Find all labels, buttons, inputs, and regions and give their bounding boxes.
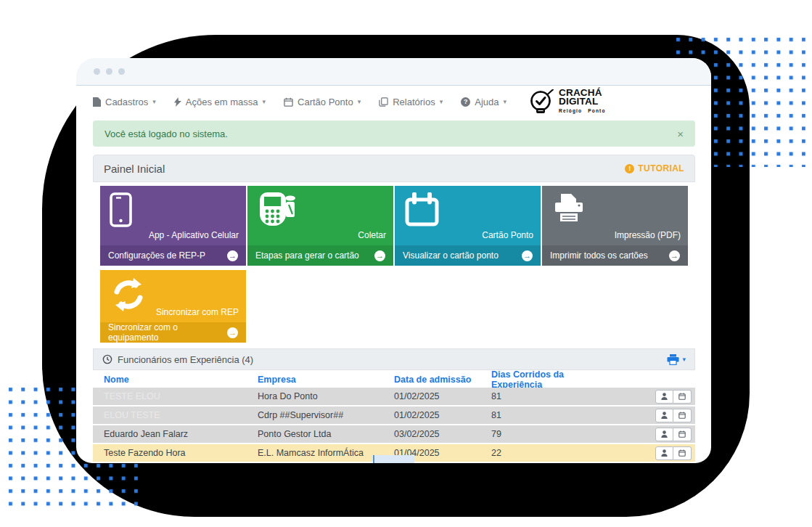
question-icon: ? — [461, 97, 470, 107]
alert-message: Você está logado no sistema. — [104, 128, 228, 139]
employees-section-header: Funcionários em Experiência (4) ▾ — [93, 348, 695, 370]
row-calendar-button[interactable] — [673, 428, 692, 441]
card-title: Cartão Ponto — [482, 230, 533, 240]
row-actions — [655, 446, 692, 460]
card-title: Impressão (PDF) — [615, 230, 681, 240]
smartphone-icon — [110, 192, 133, 227]
brand-title-line2: DIGITAL — [559, 97, 606, 106]
person-icon — [661, 449, 668, 457]
card-visualizar-cartao[interactable]: Cartão Ponto Visualizar o cartão ponto → — [395, 186, 541, 266]
browser-topbar — [76, 58, 711, 86]
clock-badge-icon — [529, 89, 555, 114]
section-title: Funcionários em Experiência (4) — [118, 354, 253, 365]
cell-nome: TESTE ELOU — [93, 391, 247, 401]
card-body: App - Aplicativo Celular — [100, 186, 246, 245]
calendar-icon — [678, 393, 686, 400]
card-configuracoes-rep-p[interactable]: App - Aplicativo Celular Configurações d… — [100, 186, 246, 266]
column-header-empresa[interactable]: Empresa — [247, 375, 383, 385]
bolt-icon — [174, 97, 181, 107]
cell-dias: 79 — [480, 429, 604, 439]
file-icon — [93, 97, 101, 107]
arrow-circle-icon: → — [227, 327, 238, 338]
cell-nome: Teste Fazendo Hora — [93, 448, 247, 458]
calendar-icon — [284, 97, 293, 107]
card-body: Cartão Ponto — [395, 186, 541, 245]
table-row: TESTE ELOU Hora Do Ponto 01/02/2025 81 — [93, 388, 695, 405]
copy-icon — [379, 97, 388, 107]
cell-data-admissao: 01/02/2025 — [383, 410, 480, 420]
card-footer-link[interactable]: Configurações de REP-P → — [100, 245, 246, 266]
brand-logo: CRACHÁ DIGITAL Relógio Ponto — [529, 89, 606, 115]
arrow-circle-icon: → — [522, 250, 533, 261]
card-footer-link[interactable]: Sincronizar com o equipamento → — [100, 322, 246, 343]
cell-dias: 22 — [480, 448, 604, 458]
nav-item-relatorios[interactable]: Relatórios ▾ — [379, 97, 443, 107]
card-footer-link[interactable]: Imprimir todos os cartões → — [542, 245, 688, 266]
card-title: Coletar — [358, 230, 386, 240]
caret-down-icon: ▾ — [503, 99, 507, 105]
card-footer-label: Configurações de REP-P — [108, 250, 205, 261]
card-footer-label: Imprimir todos os cartões — [550, 250, 648, 261]
row-calendar-button[interactable] — [673, 409, 692, 422]
column-header-data-admissao[interactable]: Data de admissão — [383, 375, 480, 385]
cell-data-admissao: 03/02/2025 — [383, 429, 480, 439]
card-footer-link[interactable]: Etapas para gerar o cartão → — [247, 245, 393, 266]
nav-item-cadastros[interactable]: Cadastros ▾ — [93, 97, 156, 107]
close-icon[interactable]: × — [677, 128, 684, 140]
table-row: ELOU TESTE Cdrp ##Supervisor## 01/02/202… — [93, 407, 695, 424]
person-icon — [661, 430, 668, 438]
card-sincronizar-rep[interactable]: Sincronizar com REP Sincronizar com o eq… — [100, 270, 246, 343]
print-dropdown-button[interactable]: ▾ — [667, 354, 686, 365]
tutorial-button[interactable]: ! TUTORIAL — [625, 163, 684, 173]
cell-empresa: E.L. Mamcasz InformÁtica — [247, 448, 383, 458]
calendar-icon — [678, 449, 686, 457]
row-user-button[interactable] — [655, 409, 673, 422]
arrow-circle-icon: → — [227, 250, 238, 261]
cell-dias: 81 — [480, 410, 604, 420]
card-imprimir-cartoes[interactable]: Impressão (PDF) Imprimir todos os cartõe… — [542, 186, 688, 266]
nav-item-label: Ações em massa — [186, 97, 258, 107]
row-calendar-button[interactable] — [673, 446, 692, 460]
card-footer-label: Sincronizar com o equipamento — [108, 322, 227, 343]
browser-window: Cadastros ▾ Ações em massa ▾ Cartão Pont… — [76, 58, 711, 463]
caret-down-icon: ▾ — [440, 99, 443, 105]
row-actions — [655, 390, 692, 404]
card-body: Coletar — [247, 186, 393, 245]
cell-nome: ELOU TESTE — [93, 410, 247, 420]
nav-item-label: Relatórios — [393, 97, 435, 107]
tutorial-label: TUTORIAL — [638, 163, 684, 173]
clock-icon — [102, 354, 112, 364]
employees-table-header: Nome Empresa Data de admissão Dias Corri… — [93, 371, 695, 388]
arrow-circle-icon: → — [669, 250, 680, 261]
card-body: Impressão (PDF) — [542, 186, 688, 245]
card-title: Sincronizar com REP — [156, 307, 239, 317]
card-title: App - Aplicativo Celular — [149, 230, 239, 240]
warning-icon: ! — [625, 164, 634, 173]
card-etapas-cartao[interactable]: Coletar Etapas para gerar o cartão → — [247, 186, 393, 266]
column-header-dias-corridos[interactable]: Dias Corridos da Experiência — [480, 369, 604, 390]
row-user-button[interactable] — [655, 428, 673, 441]
nav-item-label: Cartão Ponto — [298, 97, 353, 107]
cell-nome: Eduardo Jean Falarz — [93, 429, 247, 439]
nav-item-acoes-em-massa[interactable]: Ações em massa ▾ — [174, 97, 266, 107]
calendar-icon — [404, 192, 440, 227]
sync-icon — [110, 277, 147, 313]
cell-empresa: Hora Do Ponto — [247, 391, 383, 401]
nav-item-ajuda[interactable]: ? Ajuda ▾ — [461, 97, 507, 107]
panel-header: Painel Inicial ! TUTORIAL — [93, 155, 695, 182]
dashboard-cards: App - Aplicativo Celular Configurações d… — [100, 186, 692, 343]
traffic-light-dot — [106, 68, 112, 75]
brand-subtitle: Relógio Ponto — [559, 107, 606, 115]
card-body: Sincronizar com REP — [100, 270, 246, 322]
nav-item-label: Cadastros — [105, 97, 148, 107]
column-header-nome[interactable]: Nome — [93, 375, 247, 385]
row-user-button[interactable] — [655, 390, 673, 404]
calendar-icon — [678, 430, 686, 438]
stage: Cadastros ▾ Ações em massa ▾ Cartão Pont… — [0, 0, 812, 527]
row-calendar-button[interactable] — [673, 390, 692, 404]
caret-down-icon: ▾ — [682, 356, 686, 363]
table-row: Eduardo Jean Falarz Ponto Gestor Ltda 03… — [93, 425, 695, 443]
nav-item-cartao-ponto[interactable]: Cartão Ponto ▾ — [284, 97, 361, 107]
card-footer-link[interactable]: Visualizar o cartão ponto → — [395, 245, 541, 266]
row-user-button[interactable] — [655, 446, 673, 460]
